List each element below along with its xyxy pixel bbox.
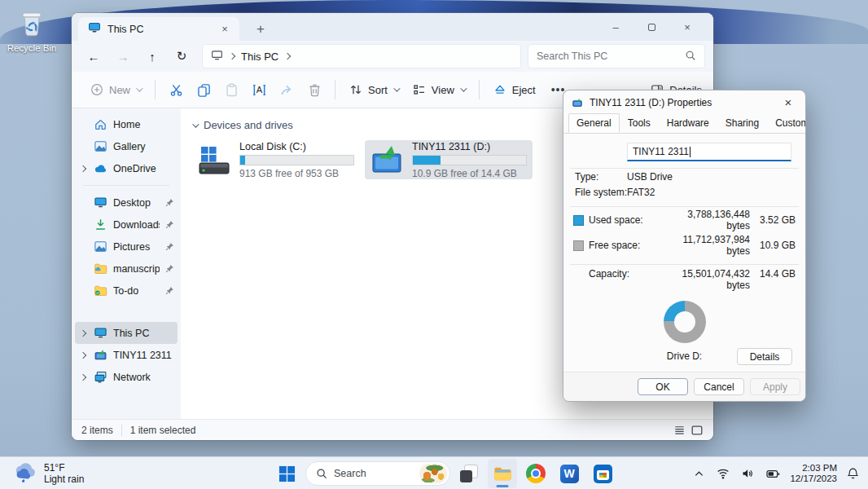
expand-chevron-icon[interactable]: [80, 165, 86, 171]
apply-button[interactable]: Apply: [750, 378, 800, 395]
cancel-button[interactable]: Cancel: [694, 378, 744, 395]
sidebar-item-manuscript[interactable]: manuscript: [75, 258, 178, 280]
tab-hardware[interactable]: Hardware: [659, 113, 717, 133]
file-explorer-taskbar-button[interactable]: [488, 459, 517, 488]
details-view-icon[interactable]: [673, 424, 686, 436]
breadcrumb-this-pc[interactable]: This PC: [241, 51, 278, 63]
copy-button[interactable]: [190, 77, 217, 103]
forward-button[interactable]: →: [109, 44, 137, 68]
expand-chevron-icon[interactable]: [80, 351, 86, 358]
drive-name: TINY11 2311 (D:): [412, 141, 527, 152]
sidebar-item-pictures[interactable]: Pictures: [75, 236, 178, 258]
notifications-button[interactable]: [844, 465, 861, 482]
volume-tray-button[interactable]: [739, 465, 756, 482]
eject-button[interactable]: Eject: [486, 77, 543, 102]
start-button[interactable]: [272, 459, 301, 488]
store-taskbar-button[interactable]: [588, 459, 617, 488]
breadcrumb-chevron-icon: [284, 53, 291, 59]
new-button[interactable]: New: [83, 77, 148, 102]
sidebar-item-usb-drive[interactable]: TINY11 2311 (D:): [75, 344, 178, 366]
explorer-search-box[interactable]: Search This PC: [528, 44, 705, 68]
sidebar-item-todo[interactable]: To-do: [75, 280, 178, 302]
tab-this-pc[interactable]: This PC ×: [78, 17, 239, 41]
dialog-close-icon[interactable]: ×: [779, 95, 797, 109]
chrome-taskbar-button[interactable]: [521, 459, 550, 488]
sidebar-item-gallery[interactable]: Gallery: [75, 135, 178, 157]
tab-tools[interactable]: Tools: [620, 113, 659, 133]
collapse-chevron-icon[interactable]: [192, 121, 199, 127]
text-caret: [690, 147, 690, 157]
tab-sharing[interactable]: Sharing: [717, 113, 767, 133]
volume-label-input[interactable]: TINY11 2311: [627, 143, 791, 161]
up-button[interactable]: ↑: [138, 44, 166, 68]
breadcrumb[interactable]: This PC: [202, 44, 521, 68]
wifi-tray-button[interactable]: [714, 465, 732, 482]
details-button[interactable]: Details: [737, 348, 792, 365]
svg-text:A: A: [256, 85, 262, 95]
taskbar-search-placeholder: Search: [334, 468, 413, 479]
tray-date: 12/17/2023: [790, 474, 837, 485]
share-button[interactable]: [273, 77, 300, 103]
filesystem-value: FAT32: [627, 187, 794, 198]
tray-overflow-button[interactable]: [691, 466, 707, 482]
sidebar-item-this-pc[interactable]: This PC: [75, 322, 178, 344]
tab-close-icon[interactable]: ×: [217, 21, 233, 37]
drive-tile-local-disk-c[interactable]: Local Disk (C:) 913 GB free of 953 GB: [192, 140, 360, 179]
paste-button[interactable]: [217, 77, 245, 103]
chevron-down-icon: [136, 85, 142, 91]
bell-icon: [847, 467, 859, 480]
desktop-icon: [94, 196, 107, 209]
microsoft-store-icon: [594, 465, 612, 483]
view-button[interactable]: View: [406, 77, 472, 102]
close-window-button[interactable]: ×: [669, 21, 705, 33]
task-view-button[interactable]: [454, 459, 484, 488]
windows-logo-icon: [278, 465, 296, 482]
search-icon: [685, 50, 696, 64]
hard-drive-icon: [198, 143, 232, 176]
widgets-weather-button[interactable]: 51°F Light rain: [8, 457, 89, 489]
delete-button[interactable]: [300, 77, 328, 103]
sidebar-item-downloads[interactable]: Downloads: [75, 214, 178, 236]
search-placeholder: Search This PC: [537, 51, 685, 62]
battery-tray-button[interactable]: [764, 466, 783, 482]
expand-chevron-icon[interactable]: [80, 373, 86, 380]
new-tab-button[interactable]: +: [252, 21, 269, 37]
dialog-title: TINY11 2311 (D:) Properties: [590, 97, 773, 108]
ok-button[interactable]: OK: [638, 378, 688, 395]
address-bar-row: ← → ↑ ↻ This PC Search This PC: [72, 41, 713, 72]
used-space-swatch: [573, 215, 584, 226]
weather-temp: 51°F: [44, 462, 84, 474]
clock[interactable]: 2:03 PM 12/17/2023: [790, 463, 837, 485]
recycle-bin-label: Recycle Bin: [5, 43, 59, 53]
cut-button[interactable]: [162, 77, 190, 103]
tray-time: 2:03 PM: [790, 463, 837, 474]
sidebar-item-onedrive[interactable]: OneDrive: [75, 157, 178, 179]
view-label: View: [432, 84, 454, 96]
recycle-bin-desktop-icon[interactable]: Recycle Bin: [5, 7, 59, 53]
chrome-icon: [526, 464, 546, 483]
refresh-button[interactable]: ↻: [168, 44, 195, 68]
sidebar-item-home[interactable]: Home: [75, 113, 178, 135]
taskbar: 51°F Light rain Search W: [0, 456, 868, 489]
minimize-button[interactable]: –: [598, 21, 633, 33]
maximize-button[interactable]: [633, 21, 669, 33]
search-icon: [316, 468, 327, 479]
sidebar-item-desktop[interactable]: Desktop: [75, 192, 178, 214]
tab-customize[interactable]: Customize: [767, 113, 806, 133]
active-app-indicator: [497, 485, 509, 487]
sidebar-item-network[interactable]: Network: [75, 366, 178, 388]
expand-chevron-icon[interactable]: [80, 329, 86, 336]
large-icons-view-icon[interactable]: [690, 424, 704, 437]
drive-free-space: 913 GB free of 953 GB: [239, 168, 354, 179]
free-space-swatch: [573, 240, 584, 251]
word-taskbar-button[interactable]: W: [555, 459, 584, 488]
sort-button[interactable]: Sort: [342, 77, 406, 102]
rename-button[interactable]: A: [245, 77, 273, 103]
home-icon: [94, 117, 107, 131]
back-button[interactable]: ←: [80, 44, 107, 68]
checked-folder-icon: [94, 284, 107, 297]
tab-general[interactable]: General: [568, 113, 620, 133]
taskbar-search-box[interactable]: Search: [305, 461, 450, 486]
group-header-label: Devices and drives: [204, 119, 293, 131]
drive-tile-tiny11-d[interactable]: TINY11 2311 (D:) 10.9 GB free of 14.4 GB: [365, 140, 533, 179]
